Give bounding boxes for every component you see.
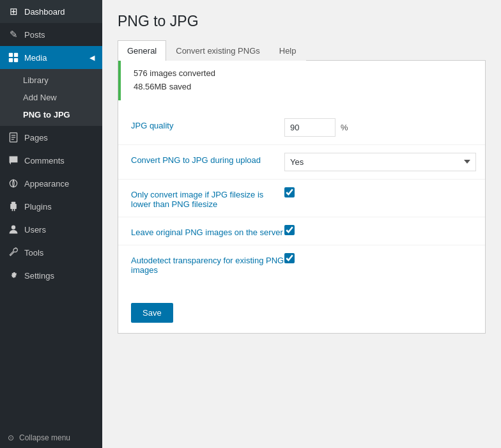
setting-control-lower-filesize (284, 187, 472, 197)
media-arrow-icon: ◀ (89, 54, 95, 62)
setting-jpg-quality: JPG quality % (118, 111, 485, 145)
tools-icon (8, 247, 19, 258)
sidebar-item-label: Pages (24, 133, 48, 143)
svg-rect-11 (12, 209, 13, 211)
sidebar-item-label: Plugins (24, 202, 52, 212)
setting-autodetect-transparency: Autodetect transparency for existing PNG… (118, 245, 485, 282)
sidebar-item-label: Comments (24, 156, 65, 166)
sidebar-item-label: Dashboard (24, 7, 65, 17)
svg-rect-1 (14, 53, 18, 57)
sidebar: ⊞ Dashboard ✎ Posts Media ◀ Library Add … (0, 0, 102, 448)
sidebar-item-plugins[interactable]: Plugins (0, 195, 102, 218)
lower-filesize-checkbox[interactable] (284, 187, 295, 197)
appearance-icon (8, 178, 19, 189)
users-icon (8, 224, 19, 235)
sidebar-item-label: Settings (24, 271, 54, 281)
tab-general[interactable]: General (118, 40, 166, 61)
sidebar-item-settings[interactable]: Settings (0, 264, 102, 287)
setting-convert-on-upload: Convert PNG to JPG during upload Yes No (118, 145, 485, 180)
leave-original-checkbox[interactable] (284, 225, 295, 235)
save-section: Save (118, 293, 485, 333)
setting-control-autodetect-transparency (284, 253, 472, 263)
tab-help[interactable]: Help (270, 40, 306, 61)
stats-bar: 576 images converted 48.56MB saved (118, 61, 485, 100)
setting-control-convert-on-upload: Yes No (284, 153, 476, 171)
autodetect-transparency-checkbox[interactable] (284, 253, 295, 263)
svg-rect-2 (9, 58, 13, 62)
sidebar-item-library[interactable]: Library (0, 72, 102, 89)
sidebar-item-label: Tools (24, 248, 43, 258)
comments-icon (8, 155, 19, 166)
setting-label-leave-original: Leave original PNG images on the server (131, 225, 284, 237)
sidebar-item-appearance[interactable]: Appearance (0, 172, 102, 195)
posts-icon: ✎ (8, 29, 19, 40)
sidebar-item-dashboard[interactable]: ⊞ Dashboard (0, 0, 102, 23)
svg-rect-9 (12, 202, 15, 204)
sidebar-item-pages[interactable]: Pages (0, 126, 102, 149)
svg-rect-0 (9, 53, 13, 57)
sidebar-item-label: Appearance (24, 179, 69, 189)
jpg-quality-input[interactable] (284, 118, 335, 137)
page-title: PNG to JPG (118, 13, 486, 30)
main-content: PNG to JPG General Convert existing PNGs… (102, 0, 501, 448)
sidebar-item-users[interactable]: Users (0, 218, 102, 241)
stats-line2: 48.56MB saved (134, 81, 472, 94)
setting-lower-filesize: Only convert image if JPG filesize is lo… (118, 180, 485, 217)
media-submenu: Library Add New PNG to JPG (0, 69, 102, 126)
convert-on-upload-select[interactable]: Yes No (284, 153, 476, 171)
sidebar-item-label: Users (24, 225, 46, 235)
collapse-label: Collapse menu (19, 433, 70, 442)
sidebar-item-comments[interactable]: Comments (0, 149, 102, 172)
setting-leave-original: Leave original PNG images on the server (118, 217, 485, 245)
setting-label-convert-on-upload: Convert PNG to JPG during upload (131, 153, 284, 165)
stats-line1: 576 images converted (134, 67, 472, 81)
settings-icon (8, 270, 19, 281)
collapse-menu[interactable]: ⊙ Collapse menu (0, 428, 102, 448)
svg-rect-3 (14, 58, 18, 62)
sidebar-item-posts[interactable]: ✎ Posts (0, 23, 102, 46)
tab-panel-general: 576 images converted 48.56MB saved JPG q… (118, 61, 486, 334)
setting-control-jpg-quality: % (284, 118, 472, 137)
dashboard-icon: ⊞ (8, 6, 19, 17)
percent-symbol: % (341, 123, 348, 132)
setting-label-autodetect-transparency: Autodetect transparency for existing PNG… (131, 253, 284, 275)
sidebar-item-add-new[interactable]: Add New (0, 89, 102, 106)
sidebar-item-label: Posts (24, 30, 45, 40)
pages-icon (8, 132, 19, 143)
settings-table: JPG quality % Convert PNG to JPG during … (118, 100, 485, 293)
plugins-icon (8, 201, 19, 212)
collapse-icon: ⊙ (8, 433, 14, 442)
setting-label-jpg-quality: JPG quality (131, 118, 284, 130)
setting-label-lower-filesize: Only convert image if JPG filesize is lo… (131, 187, 284, 209)
svg-point-13 (12, 226, 15, 229)
sidebar-item-label: Media (24, 53, 47, 63)
sidebar-item-png-to-jpg[interactable]: PNG to JPG (0, 106, 102, 123)
media-icon (8, 52, 19, 63)
tabs-bar: General Convert existing PNGs Help (118, 40, 486, 61)
save-button[interactable]: Save (131, 303, 173, 323)
content-area: PNG to JPG General Convert existing PNGs… (102, 0, 501, 448)
svg-rect-10 (10, 204, 17, 209)
setting-control-leave-original (284, 225, 472, 235)
sidebar-item-tools[interactable]: Tools (0, 241, 102, 264)
tab-convert-existing[interactable]: Convert existing PNGs (166, 40, 270, 61)
sidebar-item-media[interactable]: Media ◀ (0, 46, 102, 69)
svg-rect-12 (14, 209, 15, 211)
